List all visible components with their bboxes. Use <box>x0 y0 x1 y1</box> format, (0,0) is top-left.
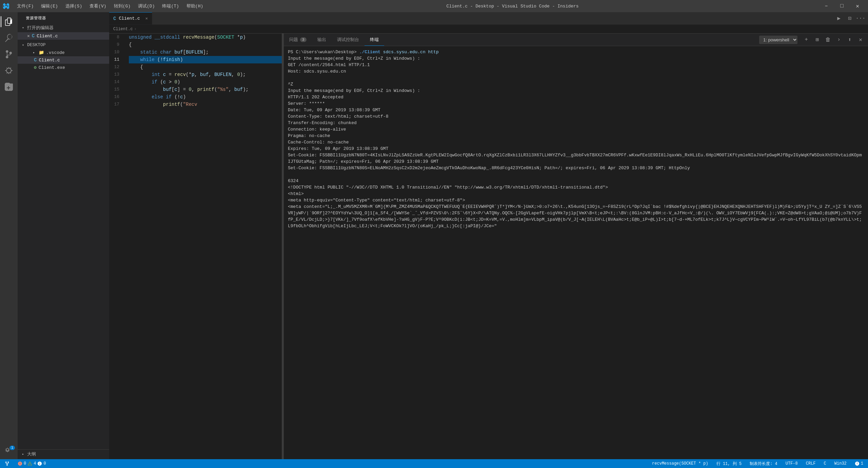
titlebar: 文件(F) 编辑(E) 选择(S) 查看(V) 转到(G) 调试(D) 终端(T… <box>0 0 868 12</box>
terminal-line-10: Date: Tue, 09 Apr 2019 13:08:39 GMT <box>288 107 864 113</box>
terminal-line-13: Connection: keep-alive <box>288 126 864 133</box>
status-position[interactable]: 行 11, 列 5 <box>714 459 744 468</box>
status-line-ending[interactable]: CRLF <box>804 459 818 468</box>
sidebar-open-file-name: Client.c <box>37 34 58 39</box>
terminal-line-16: Expires: Tue, 09 Apr 2019 13:08:39 GMT <box>288 145 864 152</box>
menu-edit[interactable]: 编辑(E) <box>38 2 61 11</box>
more-button[interactable]: ··· <box>856 14 865 23</box>
code-content: 8 9 10 11 12 13 14 15 16 17 un <box>109 34 282 459</box>
new-terminal-button[interactable]: + <box>802 35 811 44</box>
menu-goto[interactable]: 转到(G) <box>111 2 134 11</box>
status-left: 0 4 0 <box>3 459 48 468</box>
editor-area: C Client.c ✕ ▶ ⊡ ··· Client.c › 8 9 <box>109 12 868 459</box>
line-num-10: 10 <box>109 48 123 56</box>
split-terminal-button[interactable]: ⊞ <box>812 35 822 44</box>
line-num-14: 14 <box>109 78 123 86</box>
outline-chevron-icon: ▸ <box>20 452 26 456</box>
menu-help[interactable]: 帮助(H) <box>183 2 206 11</box>
terminal-line-11: Content-Type: text/html; charset=utf-8 <box>288 113 864 120</box>
status-char-width[interactable]: 制表符长度: 4 <box>748 459 780 468</box>
tab-problems[interactable]: 问题 3 <box>284 34 312 46</box>
line-num-12: 12 <box>109 63 123 71</box>
activity-explorer[interactable] <box>1 14 17 30</box>
menu-terminal[interactable]: 终端(T) <box>159 2 182 11</box>
output-label: 输出 <box>317 37 326 43</box>
status-feedback[interactable]: Win32 <box>832 459 849 468</box>
run-button[interactable]: ▶ <box>834 14 844 23</box>
panel-tab-actions: 1: powershell + ⊞ 🗑 › ⬆ ✕ <box>756 34 868 46</box>
vscode-logo-icon <box>3 3 9 9</box>
status-language[interactable]: C <box>822 459 828 468</box>
terminal-line-18: Set-Cookie: FSSBBIl1UgzbN7N80S=ELNoAMH2z… <box>288 165 864 171</box>
char-width-label: 制表符长度: 4 <box>750 461 777 467</box>
menu-file[interactable]: 文件(F) <box>14 2 37 11</box>
terminal-line-12: Transfer-Encoding: chunked <box>288 120 864 126</box>
terminal-label: 终端 <box>370 37 379 43</box>
activity-debug[interactable] <box>1 62 17 79</box>
code-line-14: if (c > 0) <box>129 78 282 86</box>
status-bar: 0 4 0 recvMessage(SOCKET * p) 行 11, 列 5 … <box>0 459 868 468</box>
position-label: 行 11, 列 5 <box>716 461 742 467</box>
c-file-icon: C <box>32 33 35 39</box>
status-function[interactable]: recvMessage(SOCKET * p) <box>650 459 710 468</box>
git-branch-icon <box>5 461 9 466</box>
tab-output[interactable]: 输出 <box>312 34 332 46</box>
status-notification[interactable]: 1 <box>853 459 865 468</box>
sidebar-vscode-label: .vscode <box>46 50 65 55</box>
kill-terminal-button[interactable]: 🗑 <box>823 35 833 44</box>
function-label: recvMessage(SOCKET * p) <box>652 461 708 466</box>
close-button[interactable]: ✕ <box>850 0 865 12</box>
activity-settings[interactable]: 1 <box>1 443 17 459</box>
desktop-header[interactable]: ▾ DESKTOP <box>18 41 109 49</box>
maximize-panel-button[interactable]: ⬆ <box>845 35 854 44</box>
outline-label: 大纲 <box>27 451 36 457</box>
main-container: 1 资源管理器 ▾ 打开的编辑器 ✕ C Client.c ▾ DESKTOP <box>0 12 868 459</box>
file-close-icon[interactable]: ✕ <box>27 33 30 39</box>
line-num-13: 13 <box>109 71 123 78</box>
tab-client-c[interactable]: C Client.c ✕ <box>109 12 152 24</box>
menu-view[interactable]: 查看(V) <box>86 2 110 11</box>
collapse-panel-button[interactable]: › <box>834 35 844 44</box>
tab-label: Client.c <box>119 16 140 21</box>
status-encoding[interactable]: UTF-8 <box>784 459 800 468</box>
open-editors-header[interactable]: ▾ 打开的编辑器 <box>18 23 109 32</box>
status-git-branch[interactable] <box>3 459 12 468</box>
open-editors-label: 打开的编辑器 <box>27 25 54 31</box>
outline-header[interactable]: ▸ 大纲 <box>18 449 109 459</box>
tab-terminal[interactable]: 终端 <box>364 34 384 46</box>
status-errors[interactable]: 0 4 0 <box>16 459 48 468</box>
terminal-line-15: Cache-Control: no-cache <box>288 139 864 145</box>
sidebar-item-client-c[interactable]: C Client.c <box>18 56 109 64</box>
line-num-8: 8 <box>109 34 123 41</box>
terminal-line-19 <box>288 171 864 178</box>
tab-debug-console[interactable]: 调试控制台 <box>332 34 364 46</box>
titlebar-menu: 文件(F) 编辑(E) 选择(S) 查看(V) 转到(G) 调试(D) 终端(T… <box>14 2 206 11</box>
minimize-button[interactable]: – <box>818 0 834 12</box>
close-panel-button[interactable]: ✕ <box>856 35 865 44</box>
sidebar: 资源管理器 ▾ 打开的编辑器 ✕ C Client.c ▾ DESKTOP ▸ … <box>18 12 109 459</box>
folder-icon: 📁 <box>39 50 44 55</box>
maximize-button[interactable]: □ <box>834 0 850 12</box>
activity-search[interactable] <box>1 30 17 46</box>
titlebar-title: Client.c - Desktop - Visual Studio Code … <box>206 4 818 9</box>
menu-debug[interactable]: 调试(D) <box>135 2 158 11</box>
terminal-dropdown[interactable]: 1: powershell <box>759 36 797 44</box>
terminal-line-24: <meta content="L;_.M_uMV5MZXMR=M`GM]{M\P… <box>288 203 864 229</box>
line-num-11: 11 <box>109 56 123 63</box>
split-editor-button[interactable]: ⊡ <box>845 14 854 23</box>
terminal-content[interactable]: PS C:\Users\wukan\Desktop> ./Client sdcs… <box>284 46 868 459</box>
tab-close-icon[interactable]: ✕ <box>145 16 148 21</box>
activity-source-control[interactable] <box>1 46 17 62</box>
info-count: 0 <box>43 461 46 466</box>
activity-extensions[interactable] <box>1 79 17 95</box>
code-line-10: static char buf[BUFLEN]; <box>129 48 282 56</box>
sidebar-item-vscode-folder[interactable]: ▸ 📁 .vscode <box>18 49 109 56</box>
menu-select[interactable]: 选择(S) <box>62 2 85 11</box>
problems-badge: 3 <box>300 37 307 42</box>
sidebar-item-client-exe[interactable]: ⚙ Client.exe <box>18 64 109 71</box>
open-editors-section: ▾ 打开的编辑器 ✕ C Client.c <box>18 23 109 40</box>
sidebar-item-client-c-open[interactable]: ✕ C Client.c <box>18 32 109 40</box>
titlebar-left: 文件(F) 编辑(E) 选择(S) 查看(V) 转到(G) 调试(D) 终端(T… <box>3 2 206 11</box>
sidebar-clientc-label: Client.c <box>39 58 60 63</box>
terminal-line-3: GET /content/2564.html HTTP/1.1 <box>288 62 864 68</box>
